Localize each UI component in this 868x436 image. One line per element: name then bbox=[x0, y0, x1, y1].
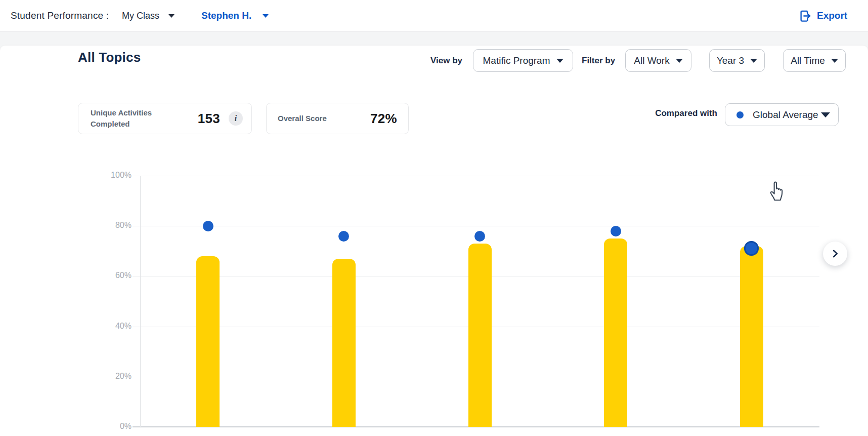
y-axis-line bbox=[140, 176, 141, 427]
y-tick-label: 0% bbox=[96, 422, 132, 431]
score-bar[interactable] bbox=[604, 239, 627, 427]
score-bar[interactable] bbox=[468, 244, 492, 427]
y-tick-label: 80% bbox=[96, 221, 132, 230]
next-button[interactable] bbox=[823, 242, 847, 266]
student-dropdown-value: Stephen H. bbox=[201, 10, 251, 21]
y-tick-label: 40% bbox=[96, 322, 132, 331]
class-dropdown-value: My Class bbox=[122, 11, 159, 21]
student-dropdown[interactable]: Stephen H. bbox=[201, 10, 269, 21]
y-tick-label: 60% bbox=[96, 271, 132, 280]
global-average-dot[interactable] bbox=[203, 221, 213, 231]
export-icon bbox=[798, 9, 812, 23]
chevron-down-icon bbox=[263, 14, 269, 18]
y-tick-label: 20% bbox=[96, 372, 132, 381]
gridline bbox=[133, 226, 819, 226]
page-title: Student Performance : bbox=[11, 10, 109, 21]
export-label: Export bbox=[817, 10, 847, 21]
content-panel: All Topics View by Matific Program Filte… bbox=[0, 46, 868, 436]
score-bar[interactable] bbox=[196, 256, 220, 427]
performance-chart: 0%20%40%60%80%100% bbox=[0, 46, 868, 436]
score-bar[interactable] bbox=[740, 246, 763, 427]
y-tick-label: 100% bbox=[96, 171, 132, 180]
global-average-dot[interactable] bbox=[338, 231, 349, 242]
chevron-right-icon bbox=[830, 248, 841, 259]
score-bar[interactable] bbox=[332, 259, 356, 427]
class-dropdown[interactable]: My Class bbox=[122, 11, 175, 21]
global-average-dot[interactable] bbox=[474, 231, 485, 242]
global-average-dot[interactable] bbox=[611, 226, 621, 236]
export-button[interactable]: Export bbox=[798, 7, 847, 25]
chevron-down-icon bbox=[168, 14, 175, 18]
top-bar: Student Performance : My Class Stephen H… bbox=[0, 0, 868, 32]
gridline bbox=[133, 176, 819, 176]
